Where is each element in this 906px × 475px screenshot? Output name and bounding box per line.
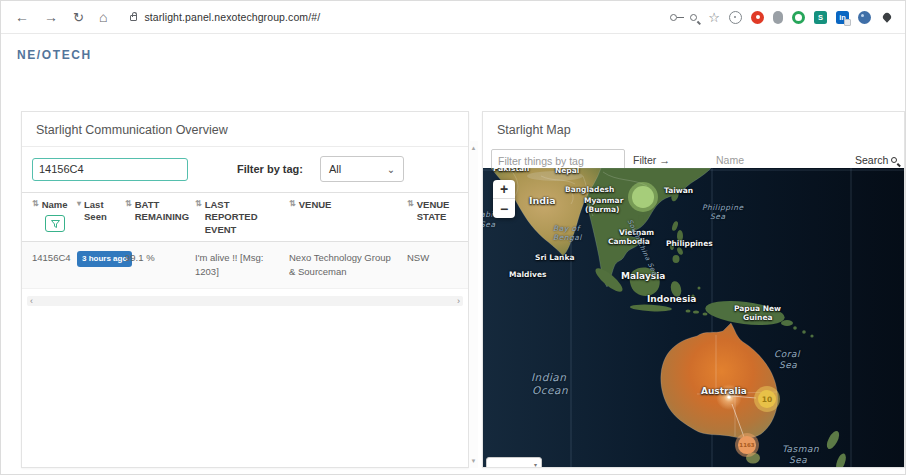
column-venue-state[interactable]: ⇅ VENUE STATE [407, 199, 458, 236]
scroll-right-icon[interactable]: › [457, 296, 460, 306]
reload-icon[interactable]: ↻ [73, 11, 84, 24]
cell-venue: Nexo Technology Group & Sourceman [289, 251, 407, 279]
map-layer-control[interactable]: ▾ [486, 457, 542, 467]
lock-icon [130, 15, 137, 21]
browser-window: ← → ↻ ⌂ starlight.panel.nexotechgroup.co… [0, 0, 906, 475]
map-zoom-control: + − [493, 180, 515, 218]
zoom-in-button[interactable]: + [493, 180, 515, 199]
column-batt-remaining[interactable]: ⇅ BATT REMAINING [125, 199, 195, 236]
panel-title: Starlight Communication Overview [22, 112, 468, 147]
column-name[interactable]: ⇅ Name [32, 199, 77, 236]
gauge-extension-icon[interactable] [729, 11, 742, 24]
tag-select-value: All [329, 163, 341, 175]
chevron-down-icon: ⌄ [387, 164, 395, 175]
table-header: ⇅ Name ▾ Last Seen ⇅ BATT REMAINING [22, 192, 468, 242]
home-icon[interactable]: ⌂ [99, 10, 107, 24]
cluster-count: 10 [758, 390, 777, 409]
cluster-count: 1163 [738, 436, 755, 453]
cluster-count [632, 186, 654, 208]
gray-extension-icon[interactable] [773, 11, 783, 24]
scroll-up-icon[interactable]: ▲ [469, 145, 478, 151]
nexotech-logo[interactable]: NE/OTECH [17, 48, 92, 62]
map-cluster-marker[interactable]: 1163 [735, 433, 759, 457]
url-text[interactable]: starlight.panel.nexotechgroup.com/#/ [144, 11, 320, 23]
cell-event: I'm alive !! [Msg: 1203] [195, 251, 289, 279]
blue-extension-icon[interactable] [858, 11, 871, 24]
bookmark-star-icon[interactable]: ☆ [708, 11, 720, 24]
address-bar[interactable]: starlight.panel.nexotechgroup.com/#/ [130, 11, 320, 23]
browser-actions: ☆ S in [670, 11, 891, 24]
sort-icon[interactable]: ⇅ [289, 199, 296, 211]
name-filter-button[interactable] [45, 215, 65, 232]
scroll-left-icon[interactable]: ‹ [30, 296, 33, 306]
map-cluster-marker[interactable]: 10 [754, 386, 780, 412]
gear-extension-icon[interactable] [751, 11, 764, 24]
overview-controls: Filter by tag: All ⌄ [22, 147, 468, 192]
map-canvas[interactable]: PakistanNepalBangladeshIndiaMyanmar(Burm… [483, 168, 904, 467]
tag-select[interactable]: All ⌄ [320, 156, 404, 182]
column-last-seen[interactable]: ▾ Last Seen [77, 199, 125, 236]
forward-icon[interactable]: → [44, 10, 58, 24]
back-icon[interactable]: ← [15, 10, 29, 24]
communication-overview-panel: Starlight Communication Overview Filter … [21, 111, 469, 468]
browser-toolbar: ← → ↻ ⌂ starlight.panel.nexotechgroup.co… [1, 1, 905, 34]
search-icon [891, 157, 897, 163]
pin-icon[interactable] [881, 11, 892, 22]
table-row[interactable]: 14156C4 3 hours ago 99.1 % I'm alive !! … [22, 242, 468, 289]
filter-by-tag-label: Filter by tag: [237, 163, 303, 175]
arrow-right-icon: → [659, 154, 670, 166]
sort-icon[interactable]: ⇅ [125, 199, 132, 224]
zoom-icon[interactable] [690, 14, 697, 21]
map-cluster-marker[interactable] [628, 182, 658, 212]
cell-batt: 99.1 % [125, 251, 195, 279]
sort-icon[interactable]: ⇅ [32, 199, 39, 211]
linkedin-extension-icon[interactable]: in [836, 11, 849, 24]
filter-funnel-icon [51, 220, 60, 228]
chevron-down-icon: ▾ [534, 461, 537, 467]
search-button[interactable]: Search [855, 154, 897, 166]
starlight-map-panel: Starlight Map Filter → Search [482, 111, 905, 468]
zoom-out-button[interactable]: − [493, 199, 515, 218]
sort-icon[interactable]: ⇅ [407, 199, 414, 224]
map-panel-title: Starlight Map [483, 112, 904, 146]
map-graphic [483, 168, 904, 467]
cell-name: 14156C4 [32, 251, 77, 279]
password-key-icon[interactable] [670, 14, 677, 21]
scroll-down-icon[interactable]: ▼ [469, 458, 478, 464]
column-venue[interactable]: ⇅ VENUE [289, 199, 407, 236]
vertical-scrollbar[interactable]: ▲ ▼ [469, 141, 478, 468]
sort-icon[interactable]: ⇅ [195, 199, 202, 236]
cell-venue-state: NSW [407, 251, 458, 279]
horizontal-scrollbar[interactable]: ‹ › [27, 296, 463, 306]
column-last-reported-event[interactable]: ⇅ LAST REPORTED EVENT [195, 199, 289, 236]
device-search-input[interactable] [32, 158, 188, 181]
s-extension-icon[interactable]: S [814, 11, 827, 24]
filter-button[interactable]: Filter → [633, 154, 670, 166]
green-extension-icon[interactable] [792, 11, 805, 24]
sort-desc-icon[interactable]: ▾ [77, 199, 81, 224]
